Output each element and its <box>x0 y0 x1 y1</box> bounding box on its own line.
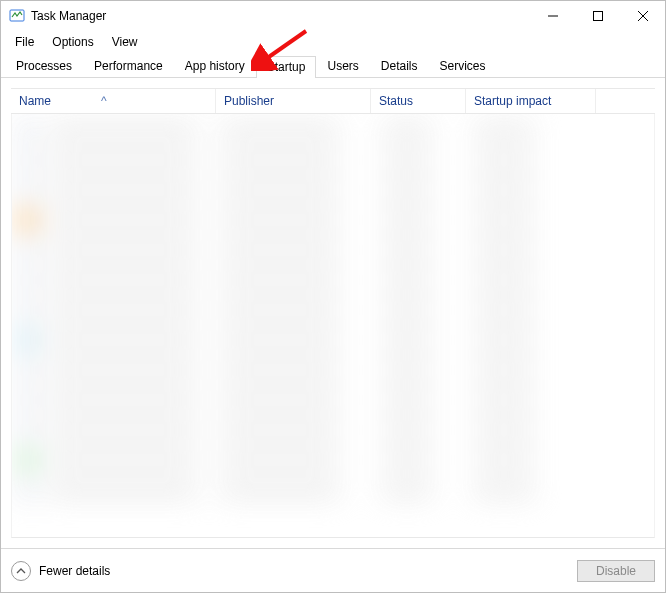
column-name[interactable]: Name ^ <box>11 89 216 113</box>
minimize-button[interactable] <box>530 1 575 31</box>
tab-services[interactable]: Services <box>429 55 497 77</box>
startup-list[interactable] <box>11 114 655 538</box>
tab-app-history[interactable]: App history <box>174 55 256 77</box>
fewer-details-label: Fewer details <box>39 564 110 578</box>
column-status[interactable]: Status <box>371 89 466 113</box>
tab-startup[interactable]: Startup <box>256 56 317 78</box>
disable-button-label: Disable <box>596 564 636 578</box>
svg-rect-2 <box>593 12 602 21</box>
column-headers: Name ^ Publisher Status Startup impact <box>11 88 655 114</box>
menubar: File Options View <box>1 31 665 55</box>
menu-options[interactable]: Options <box>44 33 101 51</box>
column-publisher-label: Publisher <box>224 94 274 108</box>
column-startup-impact[interactable]: Startup impact <box>466 89 596 113</box>
close-button[interactable] <box>620 1 665 31</box>
column-publisher[interactable]: Publisher <box>216 89 371 113</box>
window-controls <box>530 1 665 31</box>
column-name-label: Name <box>19 94 51 108</box>
disable-button[interactable]: Disable <box>577 560 655 582</box>
tab-details[interactable]: Details <box>370 55 429 77</box>
tabs: Processes Performance App history Startu… <box>1 55 665 78</box>
tab-processes[interactable]: Processes <box>5 55 83 77</box>
title-left: Task Manager <box>9 8 106 24</box>
column-status-label: Status <box>379 94 413 108</box>
maximize-button[interactable] <box>575 1 620 31</box>
window-title: Task Manager <box>31 9 106 23</box>
chevron-up-icon <box>11 561 31 581</box>
menu-file[interactable]: File <box>7 33 42 51</box>
tab-performance[interactable]: Performance <box>83 55 174 77</box>
footer: Fewer details Disable <box>1 548 665 592</box>
menu-view[interactable]: View <box>104 33 146 51</box>
fewer-details-button[interactable]: Fewer details <box>11 561 110 581</box>
column-impact-label: Startup impact <box>474 94 551 108</box>
blurred-content <box>12 114 654 537</box>
titlebar: Task Manager <box>1 1 665 31</box>
tab-users[interactable]: Users <box>316 55 369 77</box>
sort-indicator-icon: ^ <box>101 94 107 108</box>
task-manager-icon <box>9 8 25 24</box>
